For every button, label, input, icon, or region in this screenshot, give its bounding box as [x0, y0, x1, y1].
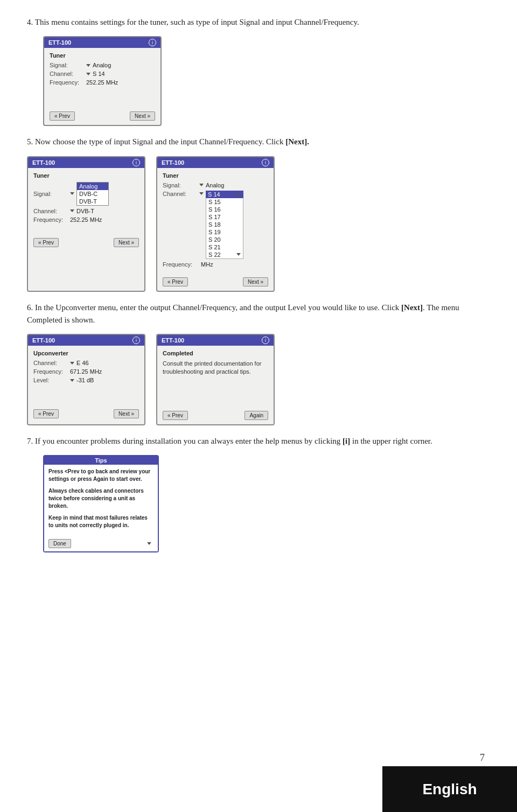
- upconverter-body: Upconverter Channel: E 46 Frequency: 671…: [28, 346, 144, 406]
- channel-dropdown-arrow: [86, 73, 90, 75]
- freq-num-2: 252.25: [70, 216, 88, 223]
- upconverter-device-title: ETT-100: [32, 337, 55, 344]
- channel-label-3: Channel:: [163, 191, 199, 197]
- signal-row-2: Signal: Analog DVB-C DVB-T: [33, 182, 139, 206]
- channel-option-s22[interactable]: S 22: [206, 251, 243, 258]
- again-button[interactable]: Again: [244, 411, 268, 420]
- done-button[interactable]: Done: [48, 539, 71, 548]
- freq-unit-3: MHz: [201, 261, 213, 268]
- section7-text2: in the upper right corner.: [350, 437, 432, 445]
- info-button-2[interactable]: i: [132, 159, 140, 166]
- tuner-dropdown-row: ETT-100 i Tuner Signal: Analog DVB-C DVB…: [27, 156, 490, 292]
- tuner-channel-header: ETT-100 i: [157, 157, 274, 168]
- next-button-3[interactable]: Next »: [243, 277, 268, 286]
- upconv-level-label: Level:: [33, 377, 70, 383]
- tuner-box-single: ETT-100 i Tuner Signal: Analog Channel:: [43, 36, 162, 126]
- info-button-5[interactable]: i: [262, 337, 269, 344]
- prev-button-2[interactable]: « Prev: [33, 238, 59, 247]
- upconverter-box: ETT-100 i Upconverter Channel: E 46 Freq…: [27, 334, 145, 425]
- channel-option-s18[interactable]: S 18: [206, 221, 243, 228]
- channel-dropdown-val: S 14 S 15 S 16 S 17 S 18 S 19 S 20 S 21: [199, 191, 243, 259]
- completed-section-title: Completed: [163, 350, 268, 356]
- tuner-box-body: Tuner Signal: Analog Channel: S 14: [44, 48, 160, 108]
- channel-label-2: Channel:: [33, 208, 70, 214]
- signal-value: Analog: [86, 62, 111, 68]
- tuner-box-header: ETT-100 i: [44, 37, 160, 48]
- prev-button-5[interactable]: « Prev: [163, 411, 188, 420]
- upconv-level-row: Level: -31 dB: [33, 377, 139, 383]
- signal-option-analog[interactable]: Analog: [77, 183, 108, 190]
- tuner-channel-body: Tuner Signal: Analog Channel: S 14: [157, 168, 274, 274]
- signal-text-3: Analog: [206, 182, 224, 188]
- tips-box: Tips Press <Prev to go back and review y…: [43, 455, 159, 552]
- freq-value-2: 252.25 MHz: [70, 216, 102, 223]
- channel-row-3: Channel: S 14 S 15 S 16 S 17: [163, 191, 268, 259]
- channel-value-2: DVB-T: [70, 208, 94, 214]
- freq-number: 252.25: [86, 79, 104, 86]
- prev-button[interactable]: « Prev: [50, 111, 75, 121]
- upconverter-row: ETT-100 i Upconverter Channel: E 46 Freq…: [27, 334, 490, 425]
- next-button-2[interactable]: Next »: [114, 238, 139, 247]
- upconv-level-text: -31 dB: [76, 377, 94, 383]
- freq-unit: MHz: [106, 79, 118, 86]
- upconv-channel-arrow: [70, 362, 74, 365]
- prev-button-4[interactable]: « Prev: [33, 409, 59, 418]
- prev-button-3[interactable]: « Prev: [163, 277, 188, 286]
- signal-option-dvbc[interactable]: DVB-C: [77, 190, 108, 198]
- tuner-signal-box: ETT-100 i Tuner Signal: Analog DVB-C DVB…: [27, 156, 145, 292]
- tuner-signal-header: ETT-100 i: [28, 157, 144, 168]
- tips-scroll-down-icon: [147, 542, 151, 545]
- device-title-3: ETT-100: [162, 159, 184, 166]
- info-button[interactable]: i: [149, 39, 156, 46]
- channel-option-s21[interactable]: S 21: [206, 243, 243, 251]
- channel-arrow-3: [199, 192, 204, 195]
- device-title: ETT-100: [48, 39, 71, 46]
- completed-body: Completed Consult the printed documentat…: [157, 346, 274, 408]
- channel-text: S 14: [93, 71, 105, 77]
- upconv-freq-num: 671.25: [70, 368, 88, 375]
- tuner-section-title: Tuner: [50, 52, 155, 59]
- channel-arrow-2: [70, 209, 74, 212]
- tip2: Always check cables and connectors twice…: [48, 487, 153, 510]
- signal-option-dvbt[interactable]: DVB-T: [77, 198, 108, 205]
- next-button[interactable]: Next »: [130, 111, 155, 121]
- completed-box: ETT-100 i Completed Consult the printed …: [156, 334, 275, 425]
- signal-dropdown-arrow-2: [70, 192, 74, 195]
- section5-text: 5. Now choose the type of input Signal a…: [27, 136, 490, 148]
- channel-row: Channel: S 14: [50, 71, 155, 77]
- signal-arrow-3: [199, 184, 204, 186]
- channel-selected-text: S 14: [208, 191, 220, 198]
- channel-option-s15[interactable]: S 15: [206, 198, 243, 206]
- tips-body: Press <Prev to go back and review your s…: [44, 465, 158, 537]
- info-button-3[interactable]: i: [262, 159, 269, 166]
- tip1: Press <Prev to go back and review your s…: [48, 468, 153, 483]
- section4-text: 4. This menu contains settings for the t…: [27, 16, 490, 29]
- channel-row-2: Channel: DVB-T: [33, 208, 139, 214]
- signal-row: Signal: Analog: [50, 62, 155, 68]
- device-title-2: ETT-100: [32, 159, 55, 166]
- channel-option-s20[interactable]: S 20: [206, 236, 243, 243]
- tuner-channel-section: Tuner: [163, 172, 268, 179]
- freq-label: Frequency:: [50, 79, 86, 86]
- info-button-4[interactable]: i: [132, 337, 140, 344]
- channel-option-s19[interactable]: S 19: [206, 228, 243, 236]
- tuner-signal-body: Tuner Signal: Analog DVB-C DVB-T Channel…: [28, 168, 144, 235]
- signal-text: Analog: [93, 62, 111, 68]
- channel-option-s16[interactable]: S 16: [206, 206, 243, 213]
- freq-row: Frequency: 252.25 MHz: [50, 79, 155, 86]
- channel-label: Channel:: [50, 71, 86, 77]
- scroll-down-icon: [236, 253, 241, 256]
- upconv-channel-row: Channel: E 46: [33, 360, 139, 366]
- completed-device-title: ETT-100: [162, 337, 184, 344]
- channel-option-s17[interactable]: S 17: [206, 213, 243, 221]
- upconv-freq-label: Frequency:: [33, 368, 70, 375]
- next-button-4[interactable]: Next »: [114, 409, 139, 418]
- s22-text: S 22: [208, 251, 221, 258]
- freq-row-2: Frequency: 252.25 MHz: [33, 216, 139, 223]
- upconverter-section-title: Upconverter: [33, 350, 139, 356]
- completed-text: Consult the printed documentation for tr…: [163, 360, 268, 376]
- section5-text1: 5. Now choose the type of input Signal a…: [27, 137, 285, 146]
- channel-selected[interactable]: S 14: [206, 191, 243, 198]
- section5-bold: [Next].: [285, 137, 309, 146]
- upconv-level-value: -31 dB: [70, 377, 94, 383]
